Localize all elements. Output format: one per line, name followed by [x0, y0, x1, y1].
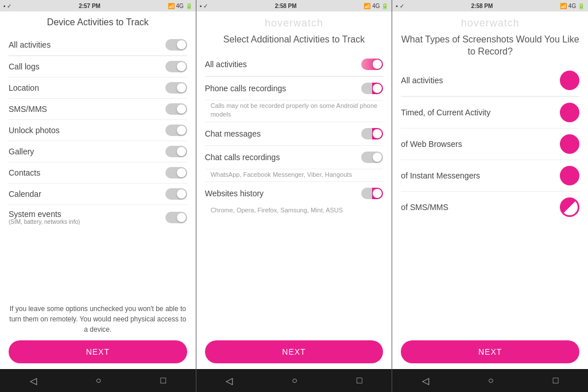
- toggle-row-p2-chat: Chat messages: [205, 122, 384, 146]
- toggle-sms[interactable]: [165, 103, 187, 115]
- status-bar-2: ▪ ✓ 2:58 PM 📶 4G 🔋: [196, 0, 392, 11]
- bottom-nav-2: ◁ ○ □: [196, 369, 392, 392]
- panel-additional-activities: ▪ ✓ 2:58 PM 📶 4G 🔋 hoverwatch Select Add…: [196, 0, 393, 392]
- label-call-logs: Call logs: [9, 62, 40, 71]
- back-button-1[interactable]: ◁: [30, 375, 37, 386]
- label-system-events: System events: [9, 209, 80, 219]
- toggle-row-location: Location: [9, 77, 187, 99]
- panel3-toggle-group: All activities Timed, of Current Activit…: [401, 65, 579, 340]
- label-location: Location: [9, 83, 39, 92]
- label-p3-messengers: of Instant Messengers: [401, 171, 480, 180]
- label-contacts: Contacts: [9, 168, 40, 177]
- panel1-title: Device Activities to Track: [9, 17, 187, 28]
- panel3-title: What Types of Screenshots Would You Like…: [401, 34, 579, 58]
- panel2-title: Select Additional Activities to Track: [205, 34, 384, 46]
- desc-p2-websites: Chrome, Opera, Firefox, Samsung, Mint, A…: [205, 206, 384, 215]
- toggle-location[interactable]: [165, 82, 187, 94]
- toggle-p2-chat[interactable]: [361, 128, 383, 139]
- toggle-call-logs[interactable]: [165, 61, 187, 72]
- toggle-row-p3-all: All activities: [401, 65, 579, 96]
- bottom-nav-1: ◁ ○ □: [0, 369, 196, 392]
- label-unlock-photos: Unlock photos: [9, 126, 60, 135]
- toggle-system-events[interactable]: [165, 212, 187, 223]
- label-sms: SMS/MMS: [9, 104, 47, 114]
- status-left-3: ▪ ✓: [396, 3, 404, 9]
- next-button-2[interactable]: NEXT: [205, 340, 384, 363]
- toggle-row-contacts: Contacts: [9, 162, 187, 184]
- bottom-nav-3: ◁ ○ □: [392, 369, 588, 392]
- panel-device-activities: ▪ ✓ 2:57 PM 📶 4G 🔋 Device Activities to …: [0, 0, 196, 392]
- toggle-p3-browsers[interactable]: [560, 134, 579, 154]
- toggle-row-p3-messengers: of Instant Messengers: [401, 160, 579, 192]
- label-calendar: Calendar: [9, 189, 41, 199]
- toggle-contacts[interactable]: [165, 167, 187, 178]
- status-bar-1: ▪ ✓ 2:57 PM 📶 4G 🔋: [0, 0, 196, 11]
- label-p3-timed: Timed, of Current Activity: [401, 108, 490, 117]
- toggle-calendar[interactable]: [165, 188, 187, 200]
- warning-text: If you leave some options unchecked you …: [9, 304, 187, 335]
- status-left-2: ▪ ✓: [200, 3, 208, 9]
- home-button-3[interactable]: ○: [488, 375, 494, 386]
- toggle-gallery[interactable]: [165, 146, 187, 157]
- time-3: 2:58 PM: [471, 3, 493, 9]
- back-button-3[interactable]: ◁: [422, 375, 429, 386]
- toggle-p2-all[interactable]: [361, 59, 383, 70]
- toggle-row-p3-browsers: of Web Browsers: [401, 129, 579, 160]
- toggle-p2-chat-calls[interactable]: [361, 152, 383, 163]
- toggle-row-unlock-photos: Unlock photos: [9, 120, 187, 141]
- label-all-activities: All activities: [9, 40, 51, 49]
- label-system-events-sub: (SIM, battery, networks info): [9, 219, 80, 225]
- home-button-1[interactable]: ○: [96, 375, 102, 386]
- toggle-row-sms: SMS/MMS: [9, 99, 187, 120]
- toggle-row-p2-websites: Websites history: [205, 182, 384, 205]
- panel-screenshots: ▪ ✓ 2:58 PM 📶 4G 🔋 hoverwatch What Types…: [392, 0, 588, 392]
- desc-p2-phone-calls: Calls may not be recorded properly on so…: [205, 102, 384, 119]
- toggle-row-p2-phone-calls: Phone calls recordings: [205, 77, 384, 100]
- square-button-3[interactable]: □: [553, 375, 559, 386]
- desc-p2-chat-calls: WhatsApp, Facebook Messenger, Viber, Han…: [205, 170, 384, 179]
- status-right-2: 📶 4G 🔋: [363, 3, 388, 9]
- label-p2-all: All activities: [205, 60, 247, 69]
- status-bar-3: ▪ ✓ 2:58 PM 📶 4G 🔋: [392, 0, 588, 11]
- next-button-3[interactable]: NEXT: [401, 340, 579, 363]
- toggle-row-call-logs: Call logs: [9, 56, 187, 77]
- status-left-1: ▪ ✓: [3, 3, 11, 9]
- label-p2-chat: Chat messages: [205, 129, 261, 138]
- status-right-1: 📶 4G 🔋: [168, 3, 192, 9]
- back-button-2[interactable]: ◁: [226, 375, 233, 386]
- toggle-p3-all[interactable]: [560, 71, 579, 90]
- status-right-3: 📶 4G 🔋: [560, 3, 585, 9]
- panel2-content: hoverwatch Select Additional Activities …: [196, 11, 392, 369]
- toggle-row-system-events: System events (SIM, battery, networks in…: [9, 205, 187, 230]
- toggle-p3-sms[interactable]: [560, 197, 579, 217]
- next-button-1[interactable]: NEXT: [9, 340, 187, 363]
- home-button-2[interactable]: ○: [292, 375, 297, 386]
- label-p3-browsers: of Web Browsers: [401, 139, 462, 149]
- panel1-content: Device Activities to Track All activitie…: [0, 11, 196, 369]
- panel2-toggle-group: All activities Phone calls recordings Ca…: [205, 53, 384, 340]
- label-p3-all: All activities: [401, 76, 443, 85]
- toggle-row-gallery: Gallery: [9, 141, 187, 162]
- label-p2-phone-calls: Phone calls recordings: [205, 84, 287, 93]
- toggle-p3-messengers[interactable]: [560, 166, 579, 185]
- square-button-2[interactable]: □: [357, 375, 362, 386]
- toggle-row-p2-chat-calls: Chat calls recordings: [205, 146, 384, 169]
- brand-3: hoverwatch: [401, 17, 579, 29]
- toggle-p2-websites[interactable]: [361, 188, 383, 199]
- toggle-row-p3-sms: of SMS/MMS: [401, 192, 579, 223]
- time-1: 2:57 PM: [79, 3, 100, 9]
- toggle-p2-phone-calls[interactable]: [361, 83, 383, 94]
- toggle-all-activities[interactable]: [165, 39, 187, 51]
- panel3-content: hoverwatch What Types of Screenshots Wou…: [392, 11, 588, 369]
- label-system-events-group: System events (SIM, battery, networks in…: [9, 209, 80, 225]
- panel1-toggle-group: All activities Call logs Location SMS/MM…: [9, 34, 187, 298]
- square-button-1[interactable]: □: [160, 375, 166, 386]
- toggle-row-p2-all: All activities: [205, 53, 384, 76]
- toggle-p3-timed[interactable]: [560, 103, 579, 122]
- label-p2-chat-calls: Chat calls recordings: [205, 153, 280, 162]
- toggle-row-calendar: Calendar: [9, 184, 187, 205]
- toggle-row-p3-timed: Timed, of Current Activity: [401, 97, 579, 129]
- toggle-unlock-photos[interactable]: [165, 125, 187, 136]
- time-2: 2:58 PM: [275, 3, 297, 9]
- toggle-row-all-activities: All activities: [9, 34, 187, 56]
